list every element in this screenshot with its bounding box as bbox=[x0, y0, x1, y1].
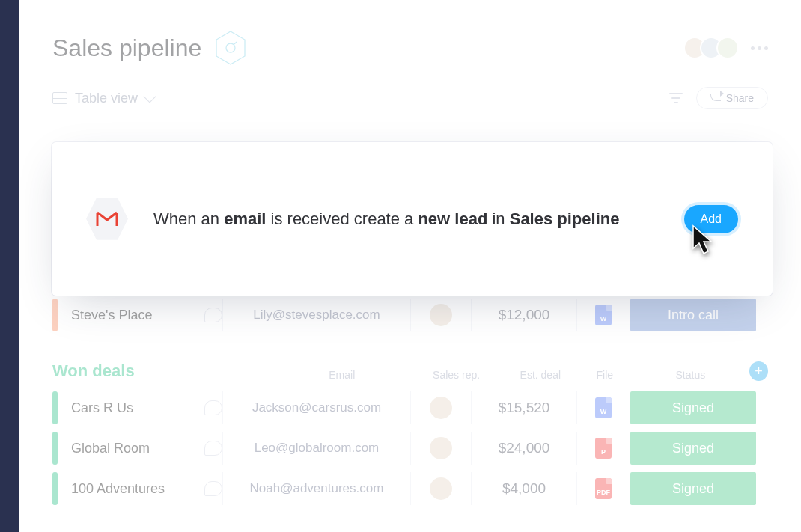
doc-icon: PDF bbox=[595, 478, 612, 499]
column-header-deal[interactable]: Est. deal bbox=[503, 369, 578, 381]
chat-icon[interactable] bbox=[204, 481, 222, 496]
column-header-rep[interactable]: Sales rep. bbox=[410, 369, 503, 381]
more-menu-icon[interactable] bbox=[751, 46, 768, 50]
cell-status[interactable]: Signed bbox=[630, 432, 756, 465]
row-color-stripe bbox=[52, 391, 58, 424]
chat-icon[interactable] bbox=[204, 308, 222, 322]
automation-suggestion-card: When an email is received create a new l… bbox=[52, 142, 773, 296]
filter-icon[interactable] bbox=[669, 93, 683, 103]
cell-email[interactable]: Lily@stevesplace.com bbox=[223, 308, 410, 322]
table-row[interactable]: Steve's Place Lily@stevesplace.com $12,0… bbox=[52, 299, 768, 331]
chat-icon[interactable] bbox=[204, 441, 222, 456]
svg-line-2 bbox=[234, 42, 237, 44]
gmail-icon bbox=[86, 197, 128, 242]
chevron-down-icon bbox=[144, 90, 156, 103]
avatar bbox=[430, 304, 452, 326]
cell-email[interactable]: Leo@globalroom.com bbox=[223, 441, 410, 456]
group-won-deals: Won deals Email Sales rep. Est. deal Fil… bbox=[52, 361, 768, 505]
avatar bbox=[430, 477, 452, 500]
column-header-status[interactable]: Status bbox=[632, 369, 750, 381]
svg-point-1 bbox=[226, 43, 235, 52]
cell-file[interactable]: W bbox=[577, 305, 630, 325]
svg-marker-0 bbox=[216, 31, 245, 64]
avatar bbox=[430, 437, 452, 459]
cell-deal[interactable]: $15,520 bbox=[472, 400, 576, 416]
row-color-stripe bbox=[52, 299, 58, 331]
cell-email[interactable]: Jackson@carsrus.com bbox=[223, 400, 410, 415]
table-row[interactable]: Global RoomLeo@globalroom.com$24,000PSig… bbox=[52, 432, 768, 465]
column-header-email[interactable]: Email bbox=[274, 369, 409, 381]
share-label: Share bbox=[726, 92, 754, 104]
share-button[interactable]: Share bbox=[696, 87, 768, 109]
cell-name: Cars R Us bbox=[58, 400, 200, 416]
add-column-button[interactable]: + bbox=[749, 361, 768, 381]
row-color-stripe bbox=[52, 472, 58, 505]
cell-name: 100 Adventures bbox=[58, 481, 200, 497]
column-header-file[interactable]: File bbox=[578, 369, 632, 381]
word-doc-icon: W bbox=[595, 305, 612, 325]
doc-icon: W bbox=[595, 397, 612, 418]
cell-name: Global Room bbox=[58, 441, 200, 456]
table-icon bbox=[52, 92, 67, 104]
cell-file[interactable]: PDF bbox=[577, 478, 630, 499]
table-row[interactable]: Cars R UsJackson@carsrus.com$15,520WSign… bbox=[52, 391, 768, 424]
cell-email[interactable]: Noah@adventures.com bbox=[223, 481, 410, 496]
chat-icon[interactable] bbox=[204, 400, 222, 415]
cell-status[interactable]: Intro call bbox=[630, 299, 756, 331]
cell-status[interactable]: Signed bbox=[630, 391, 756, 424]
cell-sales-rep[interactable] bbox=[411, 304, 471, 326]
cell-sales-rep[interactable] bbox=[411, 477, 471, 500]
cell-sales-rep[interactable] bbox=[411, 437, 471, 459]
cell-file[interactable]: W bbox=[577, 397, 630, 418]
cell-sales-rep[interactable] bbox=[411, 397, 471, 419]
cell-deal[interactable]: $24,000 bbox=[472, 440, 576, 456]
group-title[interactable]: Won deals bbox=[52, 361, 274, 381]
cell-name: Steve's Place bbox=[58, 308, 200, 323]
automation-sentence: When an email is received create a new l… bbox=[153, 207, 659, 231]
doc-icon: P bbox=[595, 438, 612, 459]
avatar bbox=[430, 397, 452, 419]
app-sidebar bbox=[0, 0, 19, 532]
automation-hexagon-icon[interactable] bbox=[215, 30, 246, 66]
view-label: Table view bbox=[75, 91, 138, 106]
add-automation-button[interactable]: Add bbox=[684, 205, 738, 233]
view-switcher[interactable]: Table view bbox=[52, 91, 154, 106]
page-title: Sales pipeline bbox=[52, 34, 201, 62]
cell-file[interactable]: P bbox=[577, 438, 630, 459]
cell-deal[interactable]: $4,000 bbox=[472, 480, 576, 497]
avatar bbox=[716, 37, 739, 59]
row-color-stripe bbox=[52, 432, 58, 465]
cell-status[interactable]: Signed bbox=[630, 472, 756, 505]
table-row[interactable]: 100 AdventuresNoah@adventures.com$4,000P… bbox=[52, 472, 768, 505]
cell-deal[interactable]: $12,000 bbox=[472, 307, 576, 323]
share-icon bbox=[710, 94, 721, 101]
board-members-avatars[interactable] bbox=[689, 37, 739, 59]
